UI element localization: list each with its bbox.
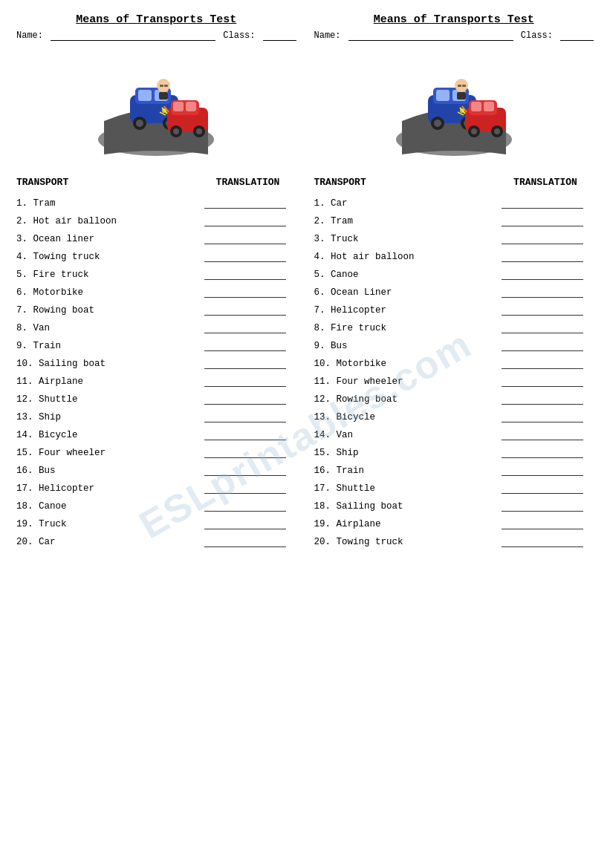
svg-rect-28 <box>436 90 450 101</box>
translation-line <box>204 537 286 547</box>
svg-point-6 <box>136 120 143 127</box>
list-item: 5. Canoe <box>314 265 498 280</box>
translation-item <box>497 247 594 262</box>
translation-item <box>200 443 296 458</box>
translation-line <box>502 519 583 529</box>
item-text: 3. Truck <box>314 234 359 244</box>
translation-line <box>204 198 286 209</box>
item-text: 9. Bus <box>314 341 348 351</box>
translation-item <box>497 443 594 458</box>
translation-line <box>204 270 286 280</box>
right-title: Means of Transports Test <box>314 13 594 26</box>
svg-rect-3 <box>138 90 152 101</box>
translation-line <box>502 216 583 226</box>
right-class-label: Class: <box>521 30 553 41</box>
translation-line <box>502 430 583 440</box>
list-item: 18. Canoe <box>16 497 200 512</box>
translation-item <box>497 212 594 226</box>
item-text: 10. Motorbike <box>314 359 387 369</box>
translation-line <box>204 448 286 458</box>
translation-line <box>502 341 583 351</box>
list-item: 18. Sailing boat <box>314 497 498 512</box>
item-text: 16. Train <box>314 466 365 476</box>
translation-line <box>204 234 286 244</box>
translation-item <box>200 515 296 529</box>
translation-line <box>204 501 286 512</box>
translation-item <box>200 194 296 209</box>
translation-line <box>204 252 286 262</box>
left-items-list: 1. Tram2. Hot air balloon3. Ocean liner4… <box>16 194 200 550</box>
list-item: 7. Rowing boat <box>16 301 200 316</box>
left-name-class-row: Name: Class: <box>16 30 296 41</box>
svg-rect-37 <box>462 85 466 87</box>
translation-item <box>200 479 296 494</box>
translation-line <box>502 252 583 262</box>
svg-rect-12 <box>164 85 168 87</box>
list-item: 16. Bus <box>16 461 200 476</box>
right-transport-section: TRANSPORT 1. Car2. Tram3. Truck4. Hot ai… <box>314 177 594 550</box>
svg-point-45 <box>494 128 500 134</box>
two-column-layout: Means of Transports Test Name: Class: <box>7 13 603 550</box>
list-item: 9. Train <box>16 336 200 351</box>
item-text: 3. Ocean liner <box>16 234 94 244</box>
translation-item <box>497 319 594 333</box>
svg-point-49 <box>460 108 464 113</box>
list-item: 1. Tram <box>16 194 200 209</box>
translation-item <box>200 301 296 316</box>
list-item: 17. Shuttle <box>314 479 498 494</box>
item-text: 4. Towing truck <box>16 252 100 262</box>
item-text: 12. Shuttle <box>16 394 78 405</box>
list-item: 6. Motorbike <box>16 283 200 298</box>
translation-item <box>497 479 594 494</box>
translation-item <box>497 532 594 547</box>
list-item: 20. Car <box>16 532 200 547</box>
list-item: 7. Helicopter <box>314 301 498 316</box>
translation-line <box>204 287 286 298</box>
translation-line <box>502 270 583 280</box>
translation-line <box>204 412 286 422</box>
list-item: 15. Four wheeler <box>16 443 200 458</box>
translation-item <box>497 497 594 512</box>
translation-line <box>204 519 286 529</box>
translation-item <box>200 461 296 476</box>
list-item: 14. Van <box>314 425 498 440</box>
translation-line <box>502 448 583 458</box>
svg-rect-40 <box>471 102 481 111</box>
item-text: 4. Hot air balloon <box>314 252 415 262</box>
translation-item <box>497 372 594 387</box>
list-item: 5. Fire truck <box>16 265 200 280</box>
item-text: 20. Towing truck <box>314 537 403 547</box>
list-item: 2. Tram <box>314 212 498 226</box>
item-text: 1. Tram <box>16 198 56 209</box>
translation-item <box>200 229 296 244</box>
translation-item <box>200 425 296 440</box>
left-name-label: Name: <box>16 30 43 41</box>
item-text: 18. Canoe <box>16 501 67 512</box>
item-text: 8. Van <box>16 323 50 333</box>
item-text: 13. Bicycle <box>314 412 376 422</box>
translation-line <box>204 216 286 226</box>
translation-item <box>200 408 296 422</box>
right-name-line <box>348 30 513 41</box>
translation-line <box>502 323 583 333</box>
item-text: 12. Rowing boat <box>314 394 398 405</box>
right-transport-col: TRANSPORT 1. Car2. Tram3. Truck4. Hot ai… <box>314 177 498 550</box>
item-text: 20. Car <box>16 537 56 547</box>
translation-item <box>200 497 296 512</box>
item-text: 15. Four wheeler <box>16 448 106 458</box>
list-item: 15. Ship <box>314 443 498 458</box>
list-item: 10. Sailing boat <box>16 354 200 369</box>
left-translation-header: TRANSLATION <box>200 177 296 188</box>
right-column: Means of Transports Test Name: Class: <box>305 13 603 550</box>
list-item: 1. Car <box>314 194 498 209</box>
item-text: 9. Train <box>16 341 61 351</box>
item-text: 6. Motorbike <box>16 287 83 298</box>
list-item: 3. Ocean liner <box>16 229 200 244</box>
list-item: 2. Hot air balloon <box>16 212 200 226</box>
left-transport-col: TRANSPORT 1. Tram2. Hot air balloon3. Oc… <box>16 177 200 550</box>
translation-item <box>497 408 594 422</box>
left-translation-col: TRANSLATION <box>200 177 296 550</box>
left-class-label: Class: <box>223 30 255 41</box>
left-class-line <box>263 30 296 41</box>
translation-item <box>200 265 296 280</box>
